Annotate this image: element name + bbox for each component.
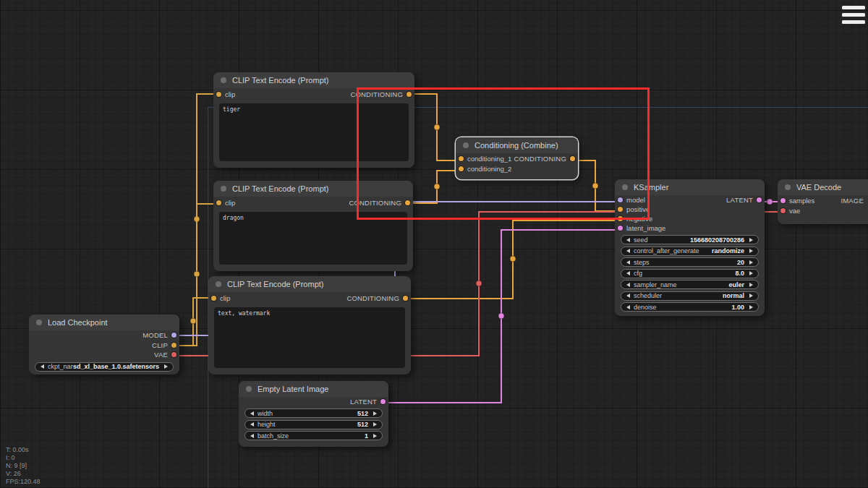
node-graph-canvas[interactable]: CLIP Text Encode (Prompt) clip CONDITION…: [0, 0, 868, 488]
output-vae[interactable]: VAE: [154, 351, 176, 359]
output-image[interactable]: IMAGE: [841, 197, 864, 205]
conditioning-port-icon[interactable]: [403, 296, 408, 301]
prompt-textarea[interactable]: text, watermark: [214, 307, 405, 368]
widget-next-icon[interactable]: [373, 434, 377, 438]
widget-prev-icon[interactable]: [250, 422, 254, 427]
widget-next-icon[interactable]: [749, 271, 753, 275]
widget-next-icon[interactable]: [373, 422, 377, 427]
vae-port-icon[interactable]: [780, 208, 786, 213]
clip-port-icon[interactable]: [216, 200, 221, 205]
vae-port-icon[interactable]: [171, 352, 176, 357]
output-model[interactable]: MODEL: [142, 331, 176, 339]
widget-next-icon[interactable]: [164, 364, 168, 369]
widget-next-icon[interactable]: [749, 238, 753, 242]
widget-steps[interactable]: steps 20: [621, 257, 759, 267]
node-title: Load Checkpoint: [48, 318, 108, 327]
collapse-dot-icon[interactable]: [216, 281, 221, 287]
node-title-bar[interactable]: CLIP Text Encode (Prompt): [213, 72, 414, 88]
widget-value: 1.00: [731, 304, 744, 311]
widget-next-icon[interactable]: [749, 249, 753, 253]
node-title-bar[interactable]: Load Checkpoint: [29, 314, 179, 330]
widget-prev-icon[interactable]: [250, 411, 254, 416]
widget-name: batch_size: [258, 432, 289, 440]
widget-width[interactable]: width 512: [244, 408, 383, 418]
widget-sampler-name[interactable]: sampler_name euler: [621, 280, 759, 289]
widget-batch-size[interactable]: batch_size 1: [244, 431, 383, 440]
widget-prev-icon[interactable]: [626, 305, 630, 309]
clip-port-icon[interactable]: [171, 343, 176, 348]
widget-prev-icon[interactable]: [250, 434, 254, 438]
widget-denoise[interactable]: denoise 1.00: [621, 302, 759, 312]
widget-control-after-generate[interactable]: control_after_generate randomize: [621, 247, 759, 256]
widget-next-icon[interactable]: [749, 260, 753, 265]
input-label: samples: [789, 197, 814, 205]
widget-seed[interactable]: seed 156680208700286: [621, 235, 759, 244]
widget-name: scheduler: [634, 292, 662, 299]
widget-value: normal: [723, 292, 744, 299]
input-clip[interactable]: clip: [216, 199, 235, 207]
stat-iterations: I: 0: [6, 454, 41, 462]
output-clip[interactable]: CLIP: [152, 341, 176, 349]
widget-next-icon[interactable]: [749, 283, 753, 287]
output-latent[interactable]: LATENT: [350, 398, 386, 406]
collapse-dot-icon[interactable]: [246, 386, 252, 392]
latent-port-icon[interactable]: [757, 197, 762, 202]
widget-cfg[interactable]: cfg 8.0: [621, 269, 759, 278]
input-label: vae: [789, 207, 800, 215]
widget-prev-icon[interactable]: [626, 283, 630, 287]
node-title-bar[interactable]: Empty Latent Image: [239, 381, 388, 397]
widget-next-icon[interactable]: [749, 294, 753, 298]
node-title-bar[interactable]: CLIP Text Encode (Prompt): [208, 276, 411, 292]
widget-name: sampler_name: [634, 281, 677, 288]
widget-ckpt-name[interactable]: ckpt_name sd_xl_base_1.0.safetensors: [35, 362, 174, 372]
stat-nodes: N: 9 [9]: [6, 462, 41, 470]
latent-port-icon[interactable]: [618, 226, 623, 231]
output-label: MODEL: [142, 331, 168, 339]
node-empty-latent-image[interactable]: Empty Latent Image LATENT width 512 heig…: [239, 381, 388, 447]
collapse-dot-icon[interactable]: [221, 77, 226, 83]
node-title: CLIP Text Encode (Prompt): [232, 184, 329, 193]
input-clip[interactable]: clip: [216, 90, 235, 98]
node-load-checkpoint[interactable]: Load Checkpoint MODEL CLIP VAE ckpt_name: [29, 314, 179, 374]
widget-prev-icon[interactable]: [626, 271, 630, 275]
widget-name: width: [258, 410, 273, 417]
widget-next-icon[interactable]: [749, 305, 753, 309]
clip-port-icon[interactable]: [216, 92, 221, 97]
node-title-bar[interactable]: VAE Decode: [778, 179, 868, 195]
widget-prev-icon[interactable]: [626, 260, 630, 265]
stat-time: T: 0.00s: [6, 446, 41, 454]
output-conditioning[interactable]: CONDITIONING: [346, 294, 408, 302]
widget-prev-icon[interactable]: [626, 294, 630, 298]
widget-name: ckpt_name: [48, 363, 73, 370]
widget-height[interactable]: height 512: [244, 420, 383, 429]
collapse-dot-icon[interactable]: [221, 186, 226, 192]
input-label: clip: [225, 90, 235, 98]
output-latent[interactable]: LATENT: [726, 196, 762, 204]
widget-name: seed: [634, 236, 648, 244]
widget-prev-icon[interactable]: [626, 238, 630, 242]
node-clip-text-encode-negative[interactable]: CLIP Text Encode (Prompt) clip CONDITION…: [208, 276, 411, 374]
input-vae[interactable]: vae: [780, 207, 800, 215]
input-latent-image[interactable]: latent_image: [618, 224, 665, 232]
input-clip[interactable]: clip: [211, 294, 230, 302]
model-port-icon[interactable]: [171, 333, 176, 338]
widget-value: 20: [737, 259, 744, 266]
node-vae-decode[interactable]: VAE Decode samples IMAGE vae: [778, 179, 868, 224]
widget-next-icon[interactable]: [373, 411, 377, 416]
input-samples[interactable]: samples: [780, 197, 814, 205]
widget-scheduler[interactable]: scheduler normal: [621, 291, 759, 301]
stat-fps: FPS:120.48: [6, 478, 41, 486]
clip-port-icon[interactable]: [211, 296, 216, 301]
collapse-dot-icon[interactable]: [36, 320, 42, 325]
collapse-dot-icon[interactable]: [785, 184, 791, 190]
widget-value: sd_xl_base_1.0.safetensors: [73, 363, 159, 370]
widget-name: denoise: [634, 304, 657, 311]
widget-value: 1: [365, 432, 368, 440]
hamburger-menu-icon[interactable]: [842, 6, 865, 27]
widget-prev-icon[interactable]: [41, 364, 44, 369]
widget-prev-icon[interactable]: [626, 249, 630, 253]
latent-port-icon[interactable]: [780, 198, 786, 203]
node-title: Empty Latent Image: [258, 385, 328, 393]
latent-port-icon[interactable]: [380, 399, 386, 404]
node-title: VAE Decode: [796, 183, 841, 192]
